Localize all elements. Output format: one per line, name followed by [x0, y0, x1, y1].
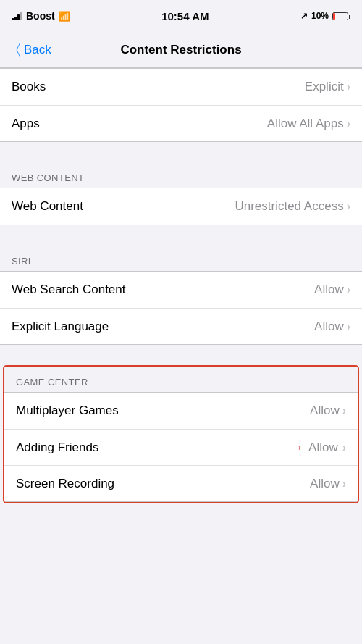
item-value-web-search: Allow ›	[314, 283, 350, 297]
status-carrier: Boost 📶	[12, 10, 70, 22]
item-value-books: Explicit ›	[305, 80, 350, 94]
chevron-icon: ›	[347, 200, 350, 213]
section-spacer	[0, 142, 362, 162]
books-value-text: Explicit	[305, 80, 344, 94]
item-label-books: Books	[12, 80, 46, 94]
chevron-icon: ›	[342, 477, 346, 490]
game-center-section: GAME CENTER Multiplayer Games Allow › Ad…	[3, 365, 359, 503]
settings-content: Books Explicit › Apps Allow All Apps › W…	[0, 68, 362, 509]
list-item[interactable]: Screen Recording Allow ›	[4, 465, 358, 501]
status-bar: Boost 📶 10:54 AM ↗ 10%	[0, 0, 362, 32]
web-content-value-text: Unrestricted Access	[235, 199, 343, 214]
adding-friends-value-text: Allow	[308, 440, 338, 455]
page-title: Content Restrictions	[120, 43, 241, 57]
section-header-siri: SIRI	[0, 246, 362, 271]
chevron-icon: ›	[347, 283, 350, 296]
item-label-screen-recording: Screen Recording	[16, 477, 114, 491]
item-value-explicit-lang: Allow ›	[314, 319, 350, 334]
multiplayer-value-text: Allow	[310, 403, 340, 418]
section-books-apps: Books Explicit › Apps Allow All Apps ›	[0, 68, 362, 142]
explicit-lang-value-text: Allow	[314, 319, 344, 334]
battery-icon	[332, 12, 350, 20]
section-header-web: WEB CONTENT	[0, 162, 362, 188]
item-label-apps: Apps	[12, 117, 40, 131]
list-item[interactable]: Explicit Language Allow ›	[0, 308, 362, 344]
item-label-web-content: Web Content	[12, 199, 83, 214]
chevron-icon: ›	[347, 80, 350, 93]
item-label-adding-friends: Adding Friends	[16, 440, 98, 455]
list-item[interactable]: Apps Allow All Apps ›	[0, 105, 362, 141]
chevron-icon: ›	[342, 441, 346, 454]
list-item[interactable]: Multiplayer Games Allow ›	[4, 393, 358, 429]
status-time: 10:54 AM	[161, 10, 209, 22]
red-arrow-icon: →	[290, 439, 304, 456]
back-chevron-icon: 〈	[7, 43, 22, 57]
signal-icon	[12, 12, 22, 20]
nav-bar: 〈 Back Content Restrictions	[0, 32, 362, 68]
item-value-web-content: Unrestricted Access ›	[235, 199, 350, 214]
item-value-multiplayer: Allow ›	[310, 403, 346, 418]
item-value-screen-recording: Allow ›	[310, 477, 346, 491]
battery-percent: 10%	[311, 11, 329, 21]
item-label-explicit-lang: Explicit Language	[12, 319, 109, 334]
back-label: Back	[24, 43, 51, 57]
carrier-name: Boost	[26, 10, 55, 22]
list-item[interactable]: Adding Friends → Allow ›	[4, 429, 358, 465]
apps-value-text: Allow All Apps	[267, 117, 344, 131]
wifi-icon: 📶	[59, 11, 70, 22]
list-item[interactable]: Books Explicit ›	[0, 69, 362, 105]
section-spacer	[0, 225, 362, 246]
list-item[interactable]: Web Content Unrestricted Access ›	[0, 188, 362, 225]
item-label-multiplayer: Multiplayer Games	[16, 403, 119, 418]
chevron-icon: ›	[342, 404, 346, 417]
location-icon: ↗	[300, 11, 308, 21]
list-item[interactable]: Web Search Content Allow ›	[0, 272, 362, 308]
item-label-web-search: Web Search Content	[12, 283, 126, 297]
section-web-content: Web Content Unrestricted Access ›	[0, 188, 362, 225]
chevron-icon: ›	[347, 320, 350, 333]
item-value-adding-friends: → Allow ›	[290, 439, 346, 456]
back-button[interactable]: 〈 Back	[7, 43, 51, 57]
web-search-value-text: Allow	[314, 283, 344, 297]
section-spacer	[0, 345, 362, 365]
section-header-game-center: GAME CENTER	[4, 367, 358, 392]
section-game-center: Multiplayer Games Allow › Adding Friends…	[4, 392, 358, 502]
section-siri: Web Search Content Allow › Explicit Lang…	[0, 271, 362, 345]
status-right: ↗ 10%	[300, 11, 350, 21]
item-value-apps: Allow All Apps ›	[267, 117, 350, 131]
chevron-icon: ›	[347, 117, 350, 130]
screen-recording-value-text: Allow	[310, 477, 340, 491]
